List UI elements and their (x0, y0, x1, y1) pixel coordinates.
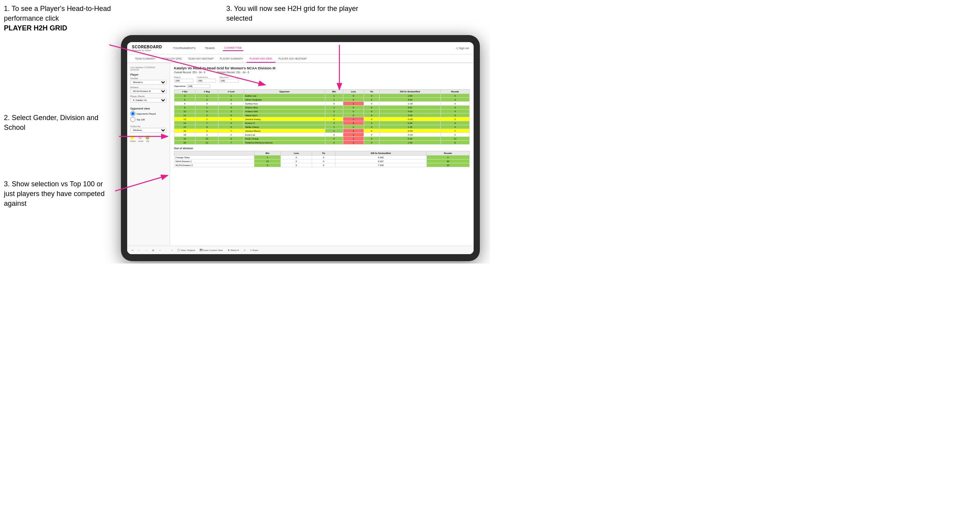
cell-win: 1 (325, 125, 343, 129)
cell-conf: 4 (218, 106, 244, 110)
radio-opponents-played-input[interactable] (130, 111, 135, 116)
cell-opponent: Esther Lee (244, 94, 325, 98)
grid-title: Katelyn Vo Head-to-Head Grid for Women's… (174, 66, 470, 70)
cell-tie: 0 (364, 129, 380, 133)
cell-div: 6 (174, 102, 195, 106)
out-col-tie: Tie (312, 151, 335, 156)
instruction-text-4: 3. Show selection vs Top 100 or just pla… (4, 180, 105, 207)
cell-diff: -0.94 (380, 129, 441, 133)
sub-nav-player-h2h-heatmap[interactable]: PLAYER H2H HEATMAP (275, 55, 310, 63)
dot-level-label: Level (138, 140, 143, 142)
out-of-division-header: Out of division (174, 147, 470, 150)
out-cell-rounds: 10 (426, 163, 469, 167)
cell-rounds: 3 (440, 106, 469, 110)
cell-opponent: Sydney Kuo (244, 102, 325, 106)
cell-rounds: 6 (440, 141, 469, 145)
nav-bar: SCOREBOARD Powered by clippd TOURNAMENTS… (127, 42, 474, 55)
player-select[interactable]: 8. Katelyn Vo (130, 98, 167, 103)
toolbar-refresh[interactable]: ○ (170, 249, 174, 252)
cell-rounds: 2 (440, 133, 469, 137)
out-col-diff: Diff Av Strokes/Rnd (335, 151, 426, 156)
cell-rounds: 9 (440, 121, 469, 125)
instruction-top-right: 3. You will now see H2H grid for the pla… (226, 4, 367, 23)
out-cell-rounds: 30 (426, 159, 469, 163)
bottom-toolbar: ↩ ← → ⊕ ↔ · ○ 📋 View: Original 💾 Save Cu… (170, 246, 474, 254)
cell-diff: 1.25 (380, 125, 441, 129)
out-table-body: Foreign Team 1 0 0 4.500 2 NAIA Division… (174, 156, 470, 167)
cell-diff: 0.38 (380, 121, 441, 125)
conference-filter-group: Conference (All) (197, 76, 216, 83)
cell-win: 1 (325, 94, 343, 98)
cell-win: 0 (325, 133, 343, 137)
cell-opponent: Andrea York (244, 110, 325, 113)
conference-filter-select[interactable]: (All) (197, 79, 216, 83)
radio-top100-label: Top 100 (137, 118, 145, 121)
cell-diff: -3.00 (380, 117, 441, 121)
table-header-row: # Div # Reg # Conf Opponent Win Loss Tie… (174, 90, 470, 94)
out-table: Win Loss Tie Diff Av Strokes/Rnd Rounds … (174, 151, 470, 167)
toolbar-export[interactable]: ↗ (242, 248, 247, 252)
division-select[interactable]: NCAA Division III NCAA Division I NCAA D… (130, 89, 167, 94)
toolbar-view-original[interactable]: 📋 View: Original (176, 248, 196, 252)
region-filter-select[interactable]: (All) (174, 79, 194, 83)
cell-opponent: Stella Cheng (244, 125, 325, 129)
cell-div: 15 (174, 125, 195, 129)
toolbar-share[interactable]: ≡ Share (249, 249, 259, 252)
out-table-row: Foreign Team 1 0 0 4.500 2 (174, 156, 470, 159)
out-cell-win: 1 (254, 156, 281, 159)
cell-win: 1 (325, 106, 343, 110)
cell-rounds: 3 (440, 98, 469, 102)
grid-area: Katelyn Vo Head-to-Head Grid for Women's… (170, 63, 474, 254)
cell-reg: 1 (195, 117, 218, 121)
sub-nav-team-summary[interactable]: TEAM SUMMARY (132, 55, 159, 63)
cell-div: 16 (174, 129, 195, 133)
cell-loss: 0 (343, 98, 364, 102)
cell-loss: 1 (343, 141, 364, 145)
colour-by-select[interactable]: Win/loss (130, 128, 167, 133)
cell-reg: 10 (195, 137, 218, 141)
cell-win: 1 (325, 113, 343, 117)
nav-sign-out[interactable]: i | Sign out (456, 47, 469, 50)
toolbar-save-custom[interactable]: 💾 Save Custom View (199, 248, 224, 252)
opponent-filter-select[interactable]: (All) (219, 79, 239, 83)
table-row: 3 1 1 Esther Lee 1 0 0 1.50 4 (174, 94, 470, 98)
out-cell-name: NAIA Division 1 (174, 159, 254, 163)
opponents-filter-select[interactable]: (All) (187, 84, 210, 88)
instruction-text-3: 3. You will now see H2H grid for the pla… (226, 5, 358, 22)
cell-tie: 0 (364, 106, 380, 110)
toolbar-watch[interactable]: 👁 Watch ▾ (226, 248, 240, 252)
cell-div: 14 (174, 121, 195, 125)
nav-tournaments[interactable]: TOURNAMENTS (171, 46, 197, 51)
cell-loss: 0 (343, 94, 364, 98)
cell-conf: 3 (218, 110, 244, 113)
col-conf: # Conf (218, 90, 244, 94)
nav-committee[interactable]: COMMITTEE (223, 45, 243, 51)
cell-tie: 0 (364, 137, 380, 141)
cell-conf: 7 (218, 129, 244, 133)
cell-diff: 4.00 (380, 98, 441, 102)
dot-down-label: Down (130, 140, 136, 142)
opponent-filter-group: Opponent (All) (219, 76, 239, 83)
out-col-win: Win (254, 151, 281, 156)
radio-opponents-played-label: Opponents Played (137, 113, 156, 115)
col-diff: Diff Av Strokes/Rnd (380, 90, 441, 94)
out-col-loss: Loss (281, 151, 312, 156)
sub-nav-player-summary[interactable]: PLAYER SUMMARY (217, 55, 247, 63)
nav-teams[interactable]: TEAMS (203, 46, 217, 51)
opponents-row: Opponents: (All) (174, 84, 470, 88)
cell-reg: 11 (195, 141, 218, 145)
dot-level (138, 136, 142, 140)
radio-opponents-played: Opponents Played (130, 111, 167, 116)
sub-nav-player-h2h-grid[interactable]: PLAYER H2H GRID (247, 55, 275, 63)
out-cell-rounds: 2 (426, 156, 469, 159)
grid-records: Overall Record: 353 - 34 - 6 Division Re… (174, 71, 470, 74)
out-cell-diff: 9.267 (335, 159, 426, 163)
sub-nav-team-h2h-heatmap[interactable]: TEAM H2H HEATMAP (185, 55, 217, 63)
radio-top100-input[interactable] (130, 117, 135, 122)
cell-reg: 2 (195, 133, 218, 137)
cell-div: 13 (174, 117, 195, 121)
sub-nav-team-h2h-grid[interactable]: TEAM H2H GRID (159, 55, 185, 63)
cell-div: 3 (174, 94, 195, 98)
gender-select[interactable]: Women's Men's (130, 80, 167, 85)
cell-conf: 1 (218, 117, 244, 121)
